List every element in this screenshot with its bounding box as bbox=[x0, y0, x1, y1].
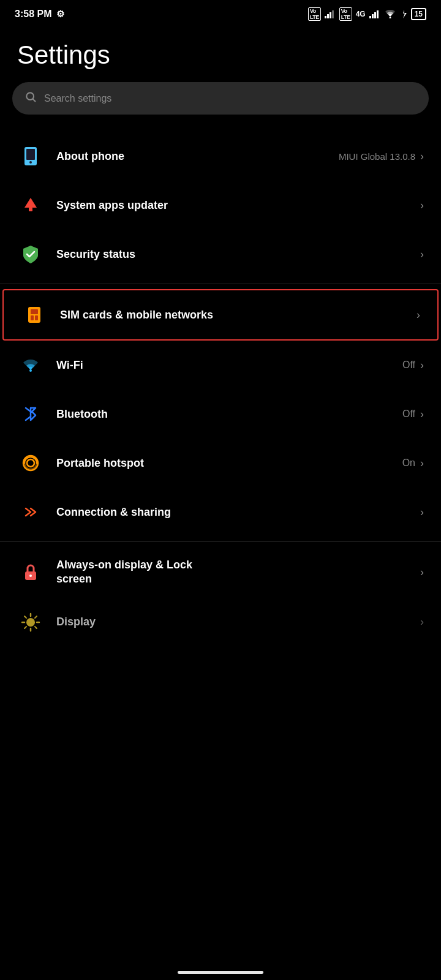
svg-rect-5 bbox=[372, 14, 374, 18]
svg-point-27 bbox=[29, 575, 32, 577]
settings-list: About phone MIUI Global 13.0.8 › System … bbox=[0, 132, 441, 647]
svg-line-36 bbox=[24, 627, 26, 628]
status-left: 3:58 PM ⚙ bbox=[15, 9, 64, 20]
svg-line-35 bbox=[35, 616, 37, 618]
system-apps-updater-label: System apps updater bbox=[56, 199, 168, 211]
sidebar-item-security-status[interactable]: Security status › bbox=[0, 230, 441, 279]
sidebar-item-system-apps-updater[interactable]: System apps updater › bbox=[0, 181, 441, 230]
svg-rect-4 bbox=[369, 16, 371, 18]
svg-line-34 bbox=[35, 627, 37, 628]
bluetooth-content: Bluetooth bbox=[56, 408, 402, 421]
about-phone-label: About phone bbox=[56, 150, 124, 162]
search-bar[interactable]: Search settings bbox=[12, 82, 429, 115]
status-time: 3:58 PM bbox=[15, 9, 51, 20]
sidebar-item-bluetooth[interactable]: Bluetooth Off › bbox=[0, 390, 441, 439]
network-4g-icon: 4G bbox=[356, 10, 366, 18]
svg-rect-2 bbox=[330, 12, 331, 18]
security-status-label: Security status bbox=[56, 248, 135, 260]
sidebar-item-portable-hotspot[interactable]: Portable hotspot On › bbox=[0, 439, 441, 488]
wifi-chevron: › bbox=[420, 359, 424, 372]
svg-rect-12 bbox=[26, 149, 35, 160]
wifi-status-icon bbox=[384, 10, 396, 18]
bluetooth-chevron: › bbox=[420, 408, 424, 421]
portable-hotspot-label: Portable hotspot bbox=[56, 457, 144, 469]
system-apps-updater-content: System apps updater bbox=[56, 199, 418, 212]
svg-rect-0 bbox=[325, 16, 326, 18]
svg-line-33 bbox=[24, 616, 26, 618]
wifi-content: Wi-Fi bbox=[56, 359, 402, 372]
svg-line-10 bbox=[33, 99, 36, 102]
portable-hotspot-value: On bbox=[402, 458, 415, 469]
sidebar-item-always-on-display[interactable]: Always-on display & Lockscreen › bbox=[0, 547, 441, 598]
system-apps-updater-chevron: › bbox=[420, 199, 424, 212]
divider-1 bbox=[0, 284, 441, 284]
sidebar-item-wifi[interactable]: Wi-Fi Off › bbox=[0, 341, 441, 390]
connection-sharing-chevron: › bbox=[420, 506, 424, 519]
about-phone-content: About phone bbox=[56, 150, 339, 163]
sim-cards-right: › bbox=[414, 309, 420, 322]
always-on-display-right: › bbox=[418, 566, 424, 579]
wifi-value: Off bbox=[402, 360, 415, 371]
bluetooth-icon bbox=[17, 401, 44, 428]
volte2-icon: VoLTE bbox=[339, 7, 352, 21]
sim-cards-chevron: › bbox=[417, 309, 420, 322]
wifi-label: Wi-Fi bbox=[56, 359, 83, 371]
wifi-icon bbox=[17, 352, 44, 379]
sim-cards-label: SIM cards & mobile networks bbox=[60, 309, 213, 321]
svg-rect-6 bbox=[374, 12, 376, 18]
wifi-right: Off › bbox=[402, 359, 424, 372]
sim-cards-icon bbox=[21, 301, 48, 328]
bottom-nav-indicator bbox=[178, 971, 263, 974]
sidebar-item-connection-sharing[interactable]: Connection & sharing › bbox=[0, 488, 441, 537]
about-phone-value: MIUI Global 13.0.8 bbox=[339, 151, 415, 162]
bluetooth-right: Off › bbox=[402, 408, 424, 421]
svg-point-28 bbox=[26, 618, 35, 627]
display-label: Display bbox=[56, 616, 96, 628]
search-icon bbox=[24, 91, 37, 106]
svg-point-25 bbox=[27, 459, 34, 467]
search-placeholder: Search settings bbox=[44, 93, 111, 104]
connection-sharing-icon bbox=[17, 499, 44, 526]
display-content: Display bbox=[56, 616, 418, 628]
connection-sharing-content: Connection & sharing bbox=[56, 506, 418, 519]
battery-level: 15 bbox=[415, 10, 423, 18]
bluetooth-label: Bluetooth bbox=[56, 408, 108, 420]
display-icon bbox=[17, 609, 44, 636]
sidebar-item-about-phone[interactable]: About phone MIUI Global 13.0.8 › bbox=[0, 132, 441, 181]
about-phone-icon bbox=[17, 143, 44, 170]
connection-sharing-label: Connection & sharing bbox=[56, 506, 171, 518]
display-right: › bbox=[418, 616, 424, 628]
signal2-icon bbox=[369, 10, 380, 18]
svg-point-21 bbox=[29, 369, 32, 372]
about-phone-right: MIUI Global 13.0.8 › bbox=[339, 150, 424, 163]
divider-2 bbox=[0, 541, 441, 542]
system-apps-updater-icon bbox=[17, 192, 44, 219]
svg-rect-1 bbox=[327, 14, 329, 18]
sidebar-item-display[interactable]: Display › bbox=[0, 598, 441, 647]
security-status-icon bbox=[17, 241, 44, 268]
system-apps-updater-right: › bbox=[418, 199, 424, 212]
portable-hotspot-content: Portable hotspot bbox=[56, 457, 402, 470]
svg-rect-7 bbox=[377, 10, 379, 18]
svg-marker-14 bbox=[24, 198, 37, 208]
svg-point-24 bbox=[23, 456, 38, 470]
alert-icon bbox=[400, 10, 407, 18]
battery-icon: 15 bbox=[411, 8, 426, 20]
always-on-display-icon bbox=[17, 559, 44, 586]
signal1-icon bbox=[325, 10, 336, 18]
volte1-icon: VoLTE bbox=[308, 7, 321, 21]
security-status-content: Security status bbox=[56, 248, 418, 261]
security-status-right: › bbox=[418, 248, 424, 261]
portable-hotspot-icon bbox=[17, 450, 44, 477]
settings-gear-icon: ⚙ bbox=[56, 9, 64, 20]
portable-hotspot-right: On › bbox=[402, 457, 424, 470]
status-right: VoLTE VoLTE 4G 15 bbox=[308, 7, 426, 21]
sidebar-item-sim-cards[interactable]: SIM cards & mobile networks › bbox=[2, 289, 439, 341]
svg-rect-15 bbox=[29, 208, 32, 211]
portable-hotspot-chevron: › bbox=[420, 457, 424, 470]
svg-point-8 bbox=[389, 17, 391, 19]
always-on-display-content: Always-on display & Lockscreen bbox=[56, 558, 418, 587]
sim-cards-content: SIM cards & mobile networks bbox=[60, 309, 414, 322]
svg-rect-3 bbox=[332, 10, 334, 18]
display-chevron: › bbox=[420, 616, 424, 628]
